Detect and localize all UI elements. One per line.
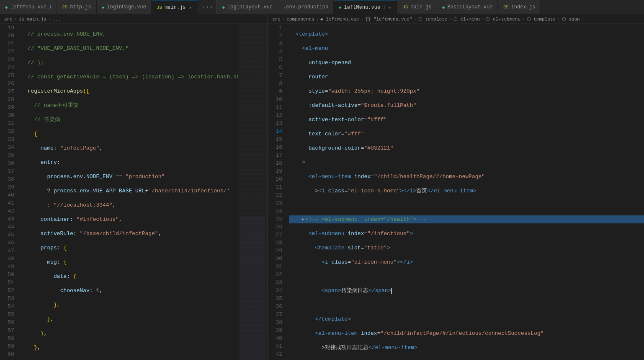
tab-leftmenu-vue-2[interactable]: ◆ leftMenu.vue 1 ✕: [334, 0, 397, 15]
tab-main-js[interactable]: JS main.js ✕: [152, 0, 198, 15]
breadcrumb-sep: ›: [48, 17, 51, 22]
js-icon: JS: [503, 5, 508, 10]
tab-label: leftMenu.vue: [10, 4, 46, 10]
right-code-area[interactable]: 123 456 789 10 111213 14 151617 18 19 20…: [268, 24, 644, 360]
tab-label: main.js: [410, 4, 431, 10]
tab-label: BasicLayout.vue: [447, 4, 492, 10]
vue-icon: ◆: [339, 5, 342, 10]
breadcrumb-item: ◆ leftMenu.vue: [320, 16, 359, 22]
tab-http-js[interactable]: JS http.js: [57, 0, 97, 15]
left-code-area[interactable]: 192021 222324 252627 282930 313233 34353…: [0, 24, 268, 360]
breadcrumb-sep: ›: [14, 17, 17, 22]
breadcrumb-item: ⬡ span: [562, 16, 580, 22]
tab-env-production[interactable]: .env.production: [278, 0, 334, 15]
vue-icon: ◆: [442, 5, 445, 10]
tab-leftmenu-vue-1[interactable]: ◆ leftMenu.vue 1: [0, 0, 57, 15]
breadcrumb-item: JS main.js: [18, 17, 46, 22]
left-breadcrumb: src › JS main.js › ...: [0, 15, 268, 24]
tab-bar-left: ◆ leftMenu.vue 1 JS http.js ◆ loginPage.…: [0, 0, 644, 15]
left-code-content: // process.env.NODE_ENV, // "VUE_APP_BAS…: [18, 24, 238, 360]
tab-label: main.js: [165, 5, 185, 10]
editor-area: src › JS main.js › ... 192021 222324 252…: [0, 15, 644, 360]
tab-loginpage-vue[interactable]: ◆ loginPage.vue: [97, 0, 152, 15]
tab-overflow-button[interactable]: ···: [198, 3, 217, 11]
tab-close-button[interactable]: ✕: [188, 5, 193, 10]
tab-label: index.js: [511, 4, 536, 10]
tab-label: http.js: [70, 4, 91, 10]
breadcrumb-item: ⬡ el-submenu: [486, 16, 520, 22]
app-container: ◆ leftMenu.vue 1 JS http.js ◆ loginPage.…: [0, 0, 644, 360]
js-icon: JS: [62, 5, 67, 10]
breadcrumb-item: {} "leftMenu.vue": [365, 17, 412, 22]
tab-label: leftMenu.vue: [344, 5, 380, 10]
tab-basiclayout-vue[interactable]: ◆ BasicLayout.vue: [437, 0, 498, 15]
breadcrumb-item: src: [272, 17, 281, 22]
right-line-numbers: 123 456 789 10 111213 14 151617 18 19 20…: [268, 24, 286, 360]
breadcrumb-item: components: [286, 17, 314, 22]
breadcrumb-item: ...: [52, 17, 61, 22]
vue-icon: ◆: [102, 5, 105, 10]
tab-num: 1: [49, 5, 52, 10]
right-code-content: <template> <el-menu unique-opened router…: [286, 24, 644, 360]
tab-label: loginLayout.vue: [227, 4, 273, 10]
tab-index-js[interactable]: JS index.js: [498, 0, 541, 15]
js-icon: JS: [402, 5, 408, 10]
right-editor-pane: src › components › ◆ leftMenu.vue › {} "…: [268, 15, 644, 360]
js-icon: JS: [157, 5, 162, 10]
tab-label: .env.production: [283, 4, 328, 10]
vue-icon: ◆: [222, 5, 225, 10]
tab-main-js-2[interactable]: JS main.js: [397, 0, 437, 15]
breadcrumb-item: ⬡ template: [527, 16, 556, 22]
right-breadcrumb: src › components › ◆ leftMenu.vue › {} "…: [268, 15, 644, 24]
tab-close-button[interactable]: ✕: [388, 5, 392, 10]
tab-num: 1: [383, 5, 385, 10]
breadcrumb-item: ⬡ template: [418, 16, 447, 22]
tab-loginlayout-vue[interactable]: ◆ loginLayout.vue: [217, 0, 278, 15]
vue-icon: ◆: [5, 5, 8, 10]
tab-label: loginPage.vue: [107, 4, 146, 10]
left-editor-pane: src › JS main.js › ... 192021 222324 252…: [0, 15, 268, 360]
fold-arrow[interactable]: ▶: [302, 215, 304, 223]
breadcrumb-item: ⬡ el-menu: [453, 16, 480, 22]
breadcrumb-item: src: [4, 17, 13, 22]
line-numbers: 192021 222324 252627 282930 313233 34353…: [0, 24, 18, 360]
minimap: [238, 24, 268, 360]
